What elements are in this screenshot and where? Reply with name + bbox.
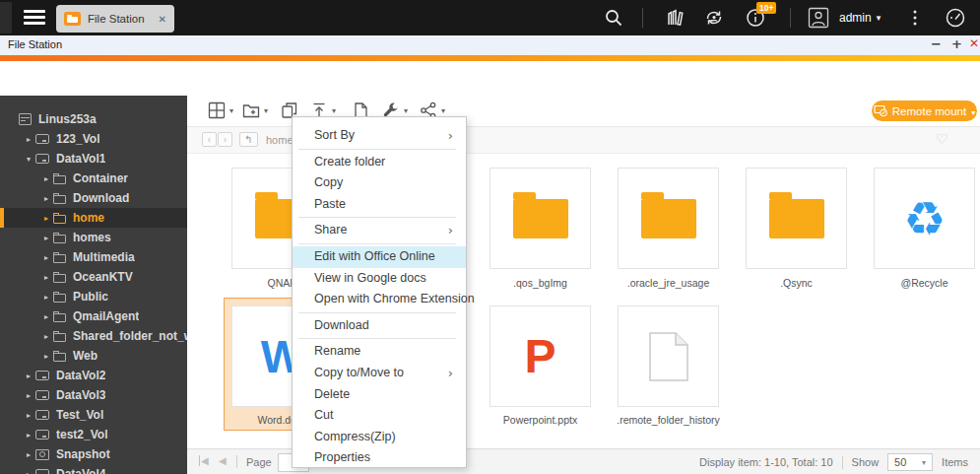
- menu-item-view-in-google-docs[interactable]: View in Google docs: [293, 268, 466, 290]
- file-tile[interactable]: [618, 305, 719, 407]
- sidebar-item-volume[interactable]: 123_Vol: [0, 129, 187, 149]
- collapse-icon[interactable]: [27, 155, 35, 164]
- file-label[interactable]: @Recycle: [861, 277, 980, 289]
- expand-icon[interactable]: [27, 135, 35, 144]
- forward-icon[interactable]: [218, 132, 232, 147]
- file-label[interactable]: .qos_bgImg: [477, 277, 604, 289]
- expand-icon[interactable]: [44, 352, 53, 361]
- sidebar-item-nas[interactable]: Linus253a: [0, 109, 187, 129]
- sidebar-item-folder[interactable]: Container: [0, 169, 187, 188]
- expand-icon[interactable]: [44, 332, 53, 341]
- main-menu-icon[interactable]: [24, 10, 45, 26]
- file-label[interactable]: Powerpoint.pptx: [477, 414, 604, 426]
- items-per-page-select[interactable]: 50: [887, 453, 933, 471]
- file-tile[interactable]: [490, 305, 591, 407]
- sidebar-item-snapshot[interactable]: Snapshot: [0, 444, 187, 464]
- sidebar-item-volume[interactable]: test2_Vol: [0, 425, 187, 444]
- window-close-icon[interactable]: [969, 36, 979, 50]
- sidebar-item-volume[interactable]: DataVol3: [0, 385, 187, 405]
- maximize-icon[interactable]: [951, 36, 962, 51]
- file-label[interactable]: .Qsync: [733, 277, 860, 289]
- sidebar-item-folder[interactable]: Shared_folder_not_working: [0, 326, 187, 346]
- sidebar-item-folder[interactable]: homes: [0, 228, 187, 247]
- file-tile[interactable]: [618, 168, 719, 269]
- search-icon[interactable]: [603, 7, 624, 29]
- menu-item-cut[interactable]: Cut: [293, 405, 466, 427]
- sidebar-item-folder[interactable]: Download: [0, 188, 187, 208]
- minimize-icon[interactable]: [931, 36, 942, 51]
- expand-icon[interactable]: [44, 293, 53, 302]
- file-tile[interactable]: [874, 168, 975, 269]
- file-label[interactable]: .oracle_jre_usage: [605, 277, 732, 289]
- dashboard-icon[interactable]: [944, 7, 965, 29]
- expand-icon[interactable]: [44, 234, 53, 242]
- sidebar-item-label: home: [73, 211, 104, 225]
- expand-icon[interactable]: [44, 174, 53, 183]
- back-icon[interactable]: [202, 132, 217, 147]
- user-menu[interactable]: admin: [839, 11, 881, 25]
- previous-page-icon[interactable]: [219, 455, 227, 466]
- view-mode-icon[interactable]: [208, 102, 226, 119]
- menu-item-compress-zip[interactable]: Compress(Zip): [293, 427, 466, 448]
- menu-item-rename[interactable]: Rename: [293, 341, 466, 363]
- tools-caret[interactable]: [404, 106, 408, 115]
- sidebar-item-home-selected[interactable]: home: [0, 208, 187, 228]
- first-page-icon[interactable]: [199, 455, 209, 466]
- menu-item-paste[interactable]: Paste: [293, 194, 466, 216]
- sidebar-item-volume[interactable]: DataVol2: [0, 366, 187, 385]
- expand-icon[interactable]: [44, 273, 53, 282]
- upload-caret[interactable]: [332, 106, 336, 115]
- menu-item-edit-with-office-online[interactable]: Edit with Office Online: [293, 246, 466, 268]
- remote-mount-button[interactable]: Remote mount: [872, 101, 977, 121]
- close-icon[interactable]: [159, 14, 166, 25]
- sidebar-item-folder[interactable]: QmailAgent: [0, 306, 187, 326]
- sidebar-item-label: Download: [73, 191, 129, 205]
- menu-item-share[interactable]: Share: [293, 220, 466, 241]
- menu-item-download[interactable]: Download: [293, 315, 466, 337]
- app-tab-label: File Station: [88, 13, 159, 25]
- menu-item-copy[interactable]: Copy: [293, 172, 466, 194]
- expand-icon[interactable]: [27, 372, 35, 380]
- menu-item-copy-to-move-to[interactable]: Copy to/Move to: [293, 363, 466, 384]
- expand-icon[interactable]: [27, 411, 35, 420]
- menu-item-sort-by[interactable]: Sort By: [293, 125, 466, 147]
- file-tile[interactable]: [490, 168, 591, 269]
- file-tile[interactable]: [746, 168, 847, 269]
- expand-icon[interactable]: [44, 253, 53, 262]
- resource-sync-icon[interactable]: [703, 7, 725, 29]
- sidebar-item-volume[interactable]: DataVol4: [0, 464, 187, 474]
- sidebar-item-volume[interactable]: DataVol1: [0, 149, 187, 169]
- expand-icon[interactable]: [27, 450, 35, 459]
- app-tab-file-station[interactable]: File Station: [56, 5, 174, 33]
- expand-icon[interactable]: [27, 431, 35, 440]
- sidebar-item-volume[interactable]: Test_Vol: [0, 405, 187, 425]
- expand-icon[interactable]: [27, 470, 35, 474]
- notifications-icon[interactable]: 10+: [745, 7, 766, 29]
- breadcrumb[interactable]: home: [266, 134, 294, 146]
- expand-icon[interactable]: [44, 214, 53, 223]
- menu-item-open-with-chrome-extension[interactable]: Open with Chrome Extension: [293, 289, 466, 310]
- expand-icon[interactable]: [27, 391, 35, 400]
- file-label[interactable]: .remote_folder_history: [605, 414, 732, 426]
- sidebar-item-folder[interactable]: OceanKTV: [0, 267, 187, 287]
- create-folder-icon[interactable]: [242, 102, 260, 119]
- favorite-icon[interactable]: [936, 131, 948, 147]
- expand-icon[interactable]: [44, 312, 53, 321]
- menu-item-delete[interactable]: Delete: [293, 384, 466, 406]
- up-folder-icon[interactable]: [239, 132, 258, 147]
- create-folder-caret[interactable]: [264, 106, 268, 115]
- sidebar-item-folder[interactable]: Web: [0, 346, 187, 366]
- share-caret[interactable]: [441, 106, 445, 115]
- menu-separator: [298, 338, 456, 339]
- view-mode-caret[interactable]: [229, 106, 233, 115]
- menu-item-create-folder[interactable]: Create folder: [293, 152, 466, 173]
- menu-separator: [298, 312, 456, 313]
- folder-icon: [53, 195, 66, 204]
- user-avatar-icon[interactable]: [808, 7, 829, 29]
- sidebar-item-folder[interactable]: Public: [0, 287, 187, 306]
- more-options-icon[interactable]: [910, 7, 920, 29]
- background-tasks-icon[interactable]: [664, 7, 686, 29]
- menu-item-properties[interactable]: Properties: [293, 447, 466, 469]
- expand-icon[interactable]: [44, 194, 53, 203]
- sidebar-item-folder[interactable]: Multimedia: [0, 247, 187, 267]
